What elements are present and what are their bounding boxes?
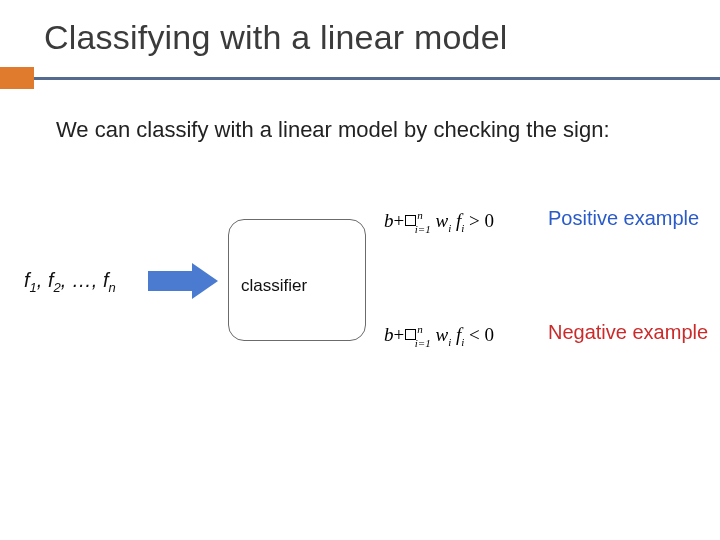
positive-label: Positive example — [548, 207, 699, 230]
title-rule — [0, 67, 720, 89]
diagram: f1, f2, …, fn classifier b+ni=1 wi fi > … — [0, 191, 720, 401]
arrow-icon — [148, 263, 218, 299]
negative-label: Negative example — [548, 321, 708, 344]
formula-negative: b+ni=1 wi fi < 0 — [384, 323, 494, 349]
feature-vector: f1, f2, …, fn — [24, 269, 116, 295]
classifier-box: classifier — [228, 219, 366, 341]
classifier-label: classifier — [241, 276, 307, 295]
slide-title: Classifying with a linear model — [44, 18, 720, 57]
accent-box — [0, 67, 34, 89]
formula-positive: b+ni=1 wi fi > 0 — [384, 209, 494, 235]
body-text: We can classify with a linear model by c… — [0, 89, 720, 145]
divider-line — [34, 77, 720, 80]
